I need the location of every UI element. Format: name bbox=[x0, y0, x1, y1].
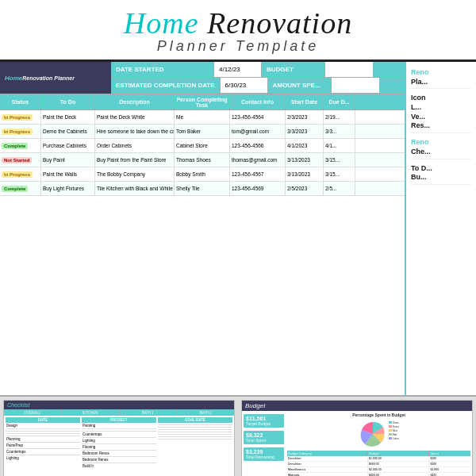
svg-rect-9 bbox=[389, 437, 392, 440]
target-budget-block: $11,561 Target Budget bbox=[244, 414, 284, 428]
cell-description: Tile Kitchen with Black and White Tiles bbox=[95, 182, 175, 195]
checklist-header: Checklist bbox=[4, 401, 234, 409]
chart-title: Percentage Spent in Budget bbox=[287, 413, 470, 417]
cell-person: Cabinet Store bbox=[175, 139, 230, 152]
budget-label: BUDGET bbox=[262, 62, 325, 77]
remaining-label: Total Remaining bbox=[246, 455, 282, 459]
col-due: Due D... bbox=[324, 94, 355, 109]
right-item-1: RenoPla... bbox=[411, 67, 471, 89]
table-body: In Progress Paint the Deck Paint the Dec… bbox=[0, 110, 405, 196]
budget-amounts: $11,561 Target Budget $8,322 Total Spent… bbox=[242, 411, 286, 476]
amount-spent-value bbox=[332, 78, 379, 93]
cell-status: Complete bbox=[0, 182, 41, 195]
col-todo: To Do bbox=[41, 94, 95, 109]
cell-start: 3/3/2023 bbox=[286, 125, 324, 138]
cell-due: 4/1... bbox=[324, 139, 355, 152]
pie-chart: Demo Demo Misc Mat. Labor bbox=[357, 418, 401, 450]
cell-todo: Paint the Deck bbox=[41, 110, 95, 124]
budget-row-4: Materials $400.00 $425 bbox=[287, 473, 470, 476]
budget-cat-4: Materials bbox=[287, 473, 368, 476]
budget-row-2: Demolition $600.00 $100 bbox=[287, 462, 470, 467]
col-description: Description bbox=[95, 94, 175, 109]
budget-chart-area: Percentage Spent in Budget Demo Demo bbox=[286, 411, 472, 476]
cell-start: 2/5/2023 bbox=[286, 182, 324, 195]
remaining-value: $3,239 bbox=[246, 449, 282, 455]
main-title: Home Renovation bbox=[0, 8, 476, 38]
subtab-bath1[interactable]: BATH 1 bbox=[120, 409, 178, 416]
cell-todo: Paint the Walls bbox=[41, 167, 95, 181]
checklist-col2-row3: Countertops bbox=[82, 432, 156, 438]
title-italic: Renovation bbox=[207, 6, 352, 40]
cell-status: Complete bbox=[0, 139, 41, 152]
status-badge: In Progress bbox=[2, 114, 33, 121]
budget-spent-2: $100 bbox=[429, 462, 470, 466]
budget-title: Budget bbox=[245, 402, 265, 409]
cell-person: Shelly Tile bbox=[175, 182, 230, 195]
cell-due: 2/5... bbox=[324, 182, 355, 195]
budget-col-category: Budget Category bbox=[287, 451, 368, 456]
checklist-col2-row8: Build It bbox=[82, 463, 156, 469]
spreadsheet-logo: HomeRenovation Planner bbox=[0, 62, 111, 94]
right-item-3: RenoChe... bbox=[411, 136, 471, 159]
budget-cat-2: Demolition bbox=[287, 462, 368, 466]
checklist-col2-row1: Painting bbox=[82, 423, 156, 429]
checklist-col1-row5: Planning bbox=[6, 436, 80, 443]
budget-amt-3: $2,000.00 bbox=[368, 467, 429, 472]
checklist-col2-row5: Flooring bbox=[82, 444, 156, 451]
budget-spent-1: $100 bbox=[429, 456, 470, 461]
ss-header: HomeRenovation Planner DATE STARTED 4/12… bbox=[0, 62, 405, 94]
checklist-col2-row4: Lighting bbox=[82, 438, 156, 444]
checklist-col2-row7: Bedroom Renos bbox=[82, 457, 156, 463]
col-person: Person Completing Task bbox=[175, 94, 230, 109]
budget-spent-3: $1,800 bbox=[429, 467, 470, 472]
cell-person: Tom Baker bbox=[175, 125, 230, 138]
cell-start: 4/1/2023 bbox=[286, 139, 324, 152]
title-colored: Home bbox=[124, 6, 207, 40]
table-row: Not Started Buy Paint Buy Paint from the… bbox=[0, 153, 405, 167]
budget-spent-4: $425 bbox=[429, 473, 470, 476]
svg-rect-1 bbox=[389, 421, 392, 424]
cell-description: Hire someone to take down the cabinets bbox=[95, 125, 175, 138]
cell-description: The Bobby Company bbox=[95, 167, 175, 181]
cell-contact: 123-456-4567 bbox=[230, 167, 286, 181]
cell-description: Paint the Deck White bbox=[95, 110, 175, 124]
checklist-col2-row6: Bathroom Renos bbox=[82, 451, 156, 457]
budget-value bbox=[325, 62, 373, 77]
cell-start: 3/13/2023 bbox=[286, 153, 324, 167]
svg-text:Misc: Misc bbox=[393, 429, 398, 432]
right-item-4: To D...Bu... bbox=[411, 163, 471, 185]
spent-budget-block: $8,322 Total Spent bbox=[244, 431, 284, 444]
date-started-label: DATE STARTED bbox=[111, 62, 214, 77]
col-status: Status bbox=[0, 94, 41, 109]
status-badge: Not Started bbox=[2, 157, 32, 163]
subtab-bath2[interactable]: BATH 2 bbox=[177, 409, 234, 416]
top-banner: Home Renovation Planner Template bbox=[0, 0, 476, 62]
checklist-col3: GOAL DATE bbox=[158, 417, 232, 469]
subtab-overall[interactable]: OVERALL bbox=[4, 409, 62, 416]
checklist-col2-header: PROJECT bbox=[82, 417, 156, 423]
budget-mini-table: Budget Category Budget Spent Demolition … bbox=[287, 451, 470, 476]
subtab-kitchen[interactable]: KITCHEN bbox=[62, 409, 120, 416]
spent-label: Total Spent bbox=[246, 438, 282, 443]
date-started-row: DATE STARTED 4/12/23 BUDGET bbox=[111, 62, 405, 78]
checklist-columns-area: DATE Design Planning Paint/Prep Countert… bbox=[4, 416, 234, 470]
cell-todo: Buy Light Fixtures bbox=[41, 182, 95, 195]
date-started-value: 4/12/23 bbox=[214, 62, 262, 77]
table-row: In Progress Paint the Walls The Bobby Co… bbox=[0, 167, 405, 182]
cell-todo: Buy Paint bbox=[41, 153, 95, 167]
checklist-title-rest: hecklist bbox=[11, 402, 29, 408]
budget-row-3: Miscellaneous $2,000.00 $1,800 bbox=[287, 467, 470, 473]
svg-text:Labor: Labor bbox=[393, 437, 399, 440]
svg-text:Mat.: Mat. bbox=[393, 433, 397, 436]
target-value: $11,561 bbox=[246, 416, 282, 421]
cell-contact: thomas@gmail.com bbox=[230, 153, 286, 167]
status-badge: In Progress bbox=[2, 171, 33, 178]
checklist-col2: PROJECT Painting Countertops Lighting Fl… bbox=[82, 417, 156, 469]
target-label: Target Budget bbox=[246, 421, 282, 426]
checklist-col1-header: DATE bbox=[6, 417, 80, 423]
checklist-col1-row1: Design bbox=[6, 423, 80, 429]
spreadsheet-area: HomeRenovation Planner DATE STARTED 4/12… bbox=[0, 62, 405, 395]
checklist-col1-row8: Lighting bbox=[6, 455, 80, 461]
budget-cat-3: Miscellaneous bbox=[287, 467, 368, 472]
col-start: Start Date bbox=[286, 94, 324, 109]
